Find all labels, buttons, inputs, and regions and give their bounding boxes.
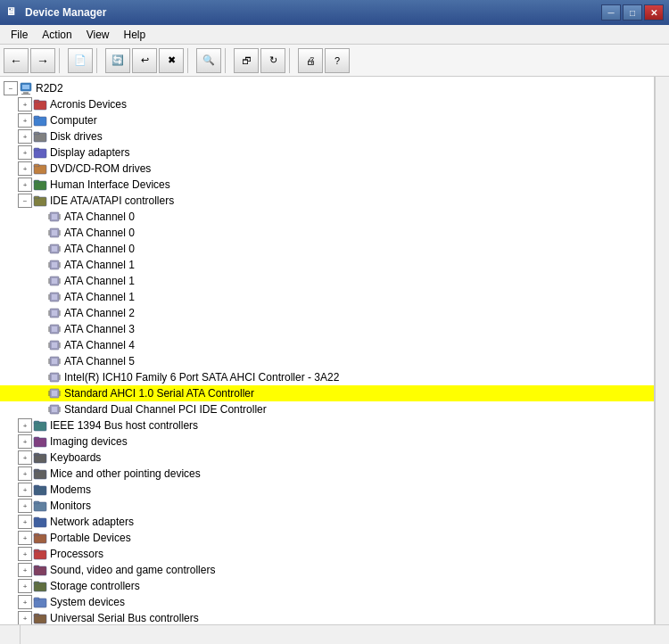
tree-item-intel-ich10[interactable]: Intel(R) ICH10 Family 6 Port SATA AHCI C… [0, 369, 654, 385]
svg-rect-151 [34, 533, 39, 536]
tree-item-r2d2[interactable]: −R2D2 [0, 80, 654, 96]
tree-item-keyboards[interactable]: +Keyboards [0, 450, 654, 466]
expand-btn-processors[interactable]: + [18, 547, 32, 561]
tree-item-ata-0c[interactable]: ATA Channel 0 [0, 241, 654, 257]
tree-item-ata-2[interactable]: ATA Channel 2 [0, 305, 654, 321]
expand-btn-monitors[interactable]: + [18, 499, 32, 513]
tree-item-portable[interactable]: +Portable Devices [0, 530, 654, 546]
menu-help[interactable]: Help [117, 27, 153, 43]
collapse-btn-r2d2[interactable]: − [4, 81, 18, 95]
tree-item-processors[interactable]: +Processors [0, 546, 654, 562]
forward-button[interactable]: → [30, 48, 55, 73]
label-disk-drives: Disk drives [50, 130, 103, 143]
minimize-button[interactable]: ─ [601, 4, 621, 21]
menu-action[interactable]: Action [35, 27, 78, 43]
right-panel [655, 77, 669, 624]
tree-item-ata-0a[interactable]: ATA Channel 0 [0, 209, 654, 225]
svg-rect-15 [35, 151, 45, 156]
tree-item-network[interactable]: +Network adapters [0, 514, 654, 530]
tree-item-modems[interactable]: +Modems [0, 482, 654, 498]
device-tree[interactable]: −R2D2+Acronis Devices+Computer+Disk driv… [0, 77, 655, 624]
label-ata-3: ATA Channel 3 [64, 323, 135, 335]
tree-item-storage[interactable]: +Storage controllers [0, 578, 654, 594]
help-button[interactable]: ? [325, 48, 350, 73]
tree-item-usb[interactable]: +Universal Serial Bus controllers [0, 610, 654, 624]
svg-rect-5 [34, 100, 39, 103]
tree-item-standard-ahci[interactable]: Standard AHCI 1.0 Serial ATA Controller [0, 385, 654, 401]
update-driver-button[interactable]: 🔄 [105, 48, 130, 73]
icon-ata-0c [47, 242, 62, 256]
window-icon: 🖥 [5, 5, 20, 20]
tree-item-ieee-1394[interactable]: +IEEE 1394 Bus host controllers [0, 417, 654, 433]
tree-item-ata-1b[interactable]: ATA Channel 1 [0, 273, 654, 289]
toolbar-sep-4 [225, 48, 230, 73]
scan-button[interactable]: 🔍 [196, 48, 221, 73]
label-monitors: Monitors [50, 500, 91, 512]
svg-rect-166 [34, 614, 39, 616]
menu-view[interactable]: View [79, 27, 117, 43]
menu-file[interactable]: File [4, 27, 35, 43]
expand-btn-system[interactable]: + [18, 595, 32, 609]
expand-btn-dvd-rom[interactable]: + [18, 161, 32, 176]
expand-btn-computer[interactable]: + [18, 113, 32, 128]
tree-item-display-adapters[interactable]: +Display adapters [0, 144, 654, 161]
expand-btn-mice[interactable]: + [18, 466, 32, 481]
tree-item-ata-3[interactable]: ATA Channel 3 [0, 321, 654, 337]
svg-rect-130 [34, 421, 39, 424]
tree-item-computer[interactable]: +Computer [0, 112, 654, 128]
tree-item-system[interactable]: +System devices [0, 594, 654, 610]
expand-btn-display-adapters[interactable]: + [18, 145, 32, 160]
new-window-button[interactable]: 🗗 [234, 48, 259, 73]
icon-modems [33, 483, 47, 497]
close-button[interactable]: ✕ [644, 4, 664, 21]
tree-item-imaging[interactable]: +Imaging devices [0, 433, 654, 450]
svg-rect-145 [34, 501, 39, 504]
tree-item-ide-ata[interactable]: −IDE ATA/ATAPI controllers [0, 193, 654, 209]
svg-rect-133 [34, 437, 39, 440]
svg-rect-139 [34, 469, 39, 472]
svg-rect-140 [35, 472, 45, 477]
svg-rect-98 [52, 359, 57, 364]
tree-item-sound[interactable]: +Sound, video and game controllers [0, 562, 654, 578]
label-ata-0a: ATA Channel 0 [64, 211, 135, 223]
expand-btn-sound[interactable]: + [18, 563, 32, 577]
expand-btn-usb[interactable]: + [18, 611, 32, 624]
tree-item-ata-4[interactable]: ATA Channel 4 [0, 337, 654, 353]
back-button[interactable]: ← [4, 48, 29, 73]
expand-btn-network[interactable]: + [18, 515, 32, 529]
tree-item-ata-5[interactable]: ATA Channel 5 [0, 353, 654, 369]
svg-rect-12 [35, 135, 45, 140]
tree-item-ata-1c[interactable]: ATA Channel 1 [0, 289, 654, 305]
properties-button[interactable]: 📄 [68, 48, 93, 73]
tree-item-mice[interactable]: +Mice and other pointing devices [0, 466, 654, 482]
icon-computer [33, 113, 47, 128]
expand-btn-acronis[interactable]: + [18, 97, 32, 111]
tree-item-ata-1a[interactable]: ATA Channel 1 [0, 257, 654, 273]
label-acronis: Acronis Devices [50, 98, 127, 111]
print-button[interactable]: 🖨 [298, 48, 323, 73]
tree-item-monitors[interactable]: +Monitors [0, 498, 654, 514]
expand-btn-storage[interactable]: + [18, 579, 32, 593]
refresh-button[interactable]: ↻ [260, 48, 285, 73]
expand-btn-hid[interactable]: + [18, 178, 32, 192]
expand-btn-keyboards[interactable]: + [18, 450, 32, 465]
label-ata-5: ATA Channel 5 [64, 355, 135, 367]
expand-btn-ieee-1394[interactable]: + [18, 418, 32, 433]
tree-item-standard-dual[interactable]: Standard Dual Channel PCI IDE Controller [0, 401, 654, 417]
tree-item-acronis[interactable]: +Acronis Devices [0, 96, 654, 112]
tree-item-hid[interactable]: +Human Interface Devices [0, 177, 654, 193]
label-intel-ich10: Intel(R) ICH10 Family 6 Port SATA AHCI C… [64, 371, 339, 384]
tree-item-dvd-rom[interactable]: +DVD/CD-ROM drives [0, 161, 654, 177]
expand-btn-disk-drives[interactable]: + [18, 129, 32, 144]
expand-btn-modems[interactable]: + [18, 483, 32, 497]
expand-btn-portable[interactable]: + [18, 531, 32, 545]
expand-btn-imaging[interactable]: + [18, 434, 32, 449]
rollback-button[interactable]: ↩ [132, 48, 157, 73]
svg-rect-131 [35, 424, 45, 429]
collapse-btn-ide-ata[interactable]: − [18, 194, 32, 208]
svg-rect-9 [35, 119, 45, 124]
uninstall-button[interactable]: ✖ [159, 48, 184, 73]
maximize-button[interactable]: □ [623, 4, 642, 21]
tree-item-disk-drives[interactable]: +Disk drives [0, 128, 654, 144]
tree-item-ata-0b[interactable]: ATA Channel 0 [0, 225, 654, 241]
